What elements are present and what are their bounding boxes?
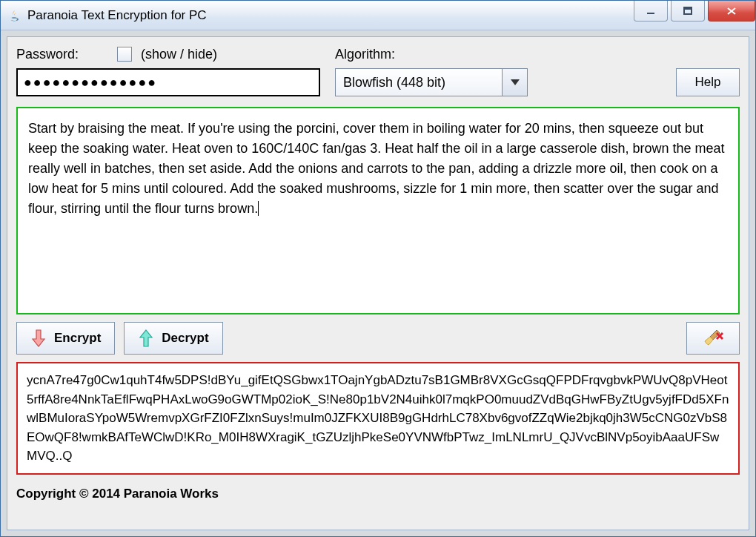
window-title: Paranoia Text Encryption for PC [27, 8, 634, 23]
password-label: Password: [16, 47, 79, 62]
svg-marker-6 [511, 79, 520, 85]
close-button[interactable] [708, 1, 755, 22]
client-area: Password: (show / hide) ●●●●●●●●●●●●●● A… [7, 36, 749, 530]
maximize-button[interactable] [671, 1, 705, 22]
svg-point-0 [12, 17, 17, 19]
help-button[interactable]: Help [676, 68, 740, 96]
ciphertext-textarea[interactable]: ycnA7re47g0Cw1quhT4fw5DPS!dBYu_gifEtQSGb… [16, 362, 740, 475]
broom-clear-icon [702, 327, 724, 349]
show-hide-checkbox[interactable] [117, 47, 132, 62]
encrypt-label: Encrypt [54, 331, 101, 346]
plaintext-textarea[interactable]: Start by braising the meat. If you're us… [16, 107, 740, 314]
arrow-down-icon [30, 329, 47, 348]
dropdown-button[interactable] [502, 69, 527, 96]
window-controls [634, 1, 755, 30]
text-caret [258, 201, 259, 216]
show-hide-label: (show / hide) [141, 47, 217, 62]
help-column: Help [676, 45, 740, 96]
chevron-down-icon [511, 79, 520, 85]
clear-button[interactable] [686, 322, 740, 355]
password-column: Password: (show / hide) ●●●●●●●●●●●●●● [16, 45, 320, 96]
footer-copyright: Copyright © 2014 Paranoia Works [16, 482, 740, 501]
minimize-button[interactable] [634, 1, 668, 22]
decrypt-label: Decrypt [162, 331, 208, 346]
password-input[interactable]: ●●●●●●●●●●●●●● [16, 68, 320, 96]
help-label: Help [695, 75, 721, 90]
top-row: Password: (show / hide) ●●●●●●●●●●●●●● A… [7, 37, 749, 101]
decrypt-button[interactable]: Decrypt [124, 322, 222, 355]
algorithm-select[interactable]: Blowfish (448 bit) [335, 68, 528, 96]
java-app-icon [7, 8, 21, 23]
ciphertext-value: ycnA7re47g0Cw1quhT4fw5DPS!dBYu_gifEtQSGb… [27, 373, 729, 463]
plaintext-value: Start by braising the meat. If you're us… [28, 121, 725, 216]
algorithm-column: Algorithm: Blowfish (448 bit) [335, 45, 528, 96]
algorithm-selected: Blowfish (448 bit) [336, 69, 502, 96]
button-row: Encrypt Decrypt [7, 314, 749, 355]
algorithm-label: Algorithm: [335, 47, 395, 62]
app-window: Paranoia Text Encryption for PC Password… [0, 0, 756, 537]
arrow-up-icon [138, 329, 154, 348]
password-value: ●●●●●●●●●●●●●● [24, 75, 157, 90]
titlebar[interactable]: Paranoia Text Encryption for PC [1, 1, 755, 30]
encrypt-button[interactable]: Encrypt [16, 322, 115, 355]
